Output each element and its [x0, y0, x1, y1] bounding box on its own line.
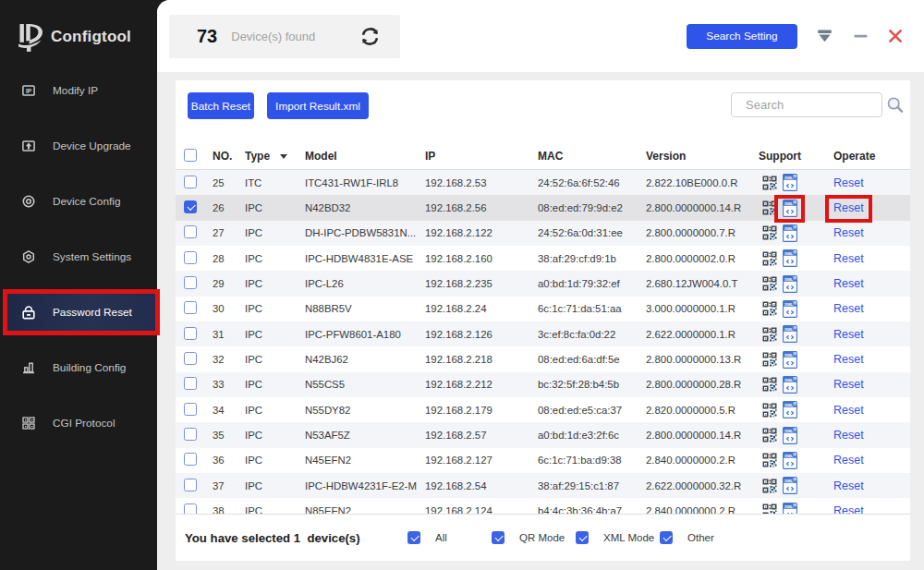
- reset-link[interactable]: Reset: [833, 504, 864, 514]
- reset-link[interactable]: Reset: [833, 404, 864, 417]
- cell-type: IPC: [237, 303, 297, 314]
- column-header-type[interactable]: Type: [237, 150, 297, 163]
- row-checkbox[interactable]: [184, 251, 197, 264]
- close-icon[interactable]: [888, 29, 903, 43]
- table-row[interactable]: 38 IPC N85EFN2 192.168.2.124 b4:4c:3b:36…: [176, 498, 910, 514]
- table-row[interactable]: 33 IPC N55CS5 192.168.2.212 bc:32:5f:28:…: [176, 372, 910, 397]
- qr-support-icon: [762, 352, 777, 367]
- reset-link[interactable]: Reset: [833, 277, 864, 290]
- column-header-support[interactable]: Support: [750, 150, 825, 163]
- reset-link[interactable]: Reset: [833, 328, 864, 341]
- filter-checkbox[interactable]: [492, 531, 505, 544]
- reset-link[interactable]: Reset: [833, 378, 864, 391]
- reset-link[interactable]: Reset: [833, 176, 864, 189]
- row-checkbox[interactable]: [184, 176, 197, 188]
- table-row[interactable]: 36 IPC N45EFN2 192.168.2.127 6c:1c:71:ba…: [176, 448, 910, 473]
- sidebar-item-password-reset[interactable]: Password Reset: [7, 294, 155, 331]
- window-controls: Search Setting: [687, 24, 903, 49]
- svg-text:IP: IP: [26, 88, 32, 94]
- search-icon[interactable]: [886, 96, 905, 115]
- row-checkbox[interactable]: [184, 225, 197, 238]
- filter-checkbox[interactable]: [660, 531, 673, 544]
- qr-support-icon: [762, 428, 777, 443]
- sidebar-item-system-settings[interactable]: System Settings: [0, 238, 157, 275]
- cell-no: 36: [204, 455, 237, 466]
- cell-support: XML: [750, 376, 825, 394]
- sidebar-item-device-config[interactable]: Device Config: [0, 183, 157, 220]
- sidebar-item-building-config[interactable]: Building Config: [0, 349, 157, 386]
- row-checkbox[interactable]: [184, 403, 197, 416]
- row-checkbox[interactable]: [184, 327, 197, 340]
- filter-checkbox[interactable]: [576, 531, 589, 544]
- table-row[interactable]: 31 IPC IPC-PFW8601-A180 192.168.2.126 3c…: [176, 321, 910, 346]
- cell-support: XML: [750, 224, 825, 242]
- table-row[interactable]: 25 ITC ITC431-RW1F-IRL8 192.168.2.53 24:…: [176, 170, 910, 195]
- row-checkbox[interactable]: [184, 453, 197, 466]
- column-header-ip[interactable]: IP: [417, 150, 529, 163]
- filter-option-qr-mode[interactable]: QR Mode: [492, 531, 565, 544]
- column-header-model[interactable]: Model: [297, 150, 417, 163]
- reset-link[interactable]: Reset: [833, 201, 864, 214]
- row-checkbox[interactable]: [184, 377, 197, 390]
- row-checkbox[interactable]: [184, 301, 197, 314]
- row-checkbox[interactable]: [184, 352, 197, 365]
- row-checkbox[interactable]: [184, 276, 197, 289]
- table-row[interactable]: 26 IPC N42BD32 192.168.2.56 08:ed:ed:79:…: [176, 195, 910, 220]
- sidebar-item-cgi-protocol[interactable]: CGI Protocol: [0, 405, 157, 442]
- minimize-icon[interactable]: [854, 30, 868, 42]
- table-row[interactable]: 35 IPC N53AF5Z 192.168.2.57 a0:bd:1d:e3:…: [176, 422, 910, 447]
- select-all-checkbox[interactable]: [184, 149, 197, 162]
- cell-no: 38: [204, 505, 237, 514]
- selection-bar: You have selected 1 device(s) All QR Mod…: [176, 514, 910, 560]
- svg-text:XML: XML: [784, 454, 794, 458]
- toolbar: Batch Reset Import Result.xml: [176, 80, 910, 143]
- header-checkbox-cell: [176, 149, 204, 164]
- cell-no: 28: [204, 253, 237, 264]
- reset-link[interactable]: Reset: [833, 302, 864, 315]
- svg-text:XML: XML: [784, 226, 794, 231]
- xml-support-icon: XML: [783, 477, 797, 494]
- column-header-mac[interactable]: MAC: [529, 150, 638, 163]
- table-row[interactable]: 27 IPC DH-IPC-PDBW5831N... 192.168.2.122…: [176, 221, 910, 246]
- row-checkbox[interactable]: [184, 200, 197, 213]
- column-header-operate[interactable]: Operate: [825, 150, 910, 163]
- search-input[interactable]: [731, 92, 882, 117]
- filter-checkbox[interactable]: [407, 531, 420, 544]
- table-row[interactable]: 32 IPC N42BJ62 192.168.2.218 08:ed:ed:6a…: [176, 346, 910, 371]
- reset-link[interactable]: Reset: [833, 226, 864, 239]
- device-count: 73: [197, 26, 217, 47]
- sidebar-item-modify-ip[interactable]: IP Modify IP: [0, 72, 157, 109]
- column-header-version[interactable]: Version: [638, 150, 750, 163]
- reset-link[interactable]: Reset: [833, 252, 864, 265]
- filter-option-other[interactable]: Other: [660, 531, 714, 544]
- collapse-panel-icon[interactable]: [816, 30, 833, 42]
- cell-mac: 08:ed:ed:e5:ca:37: [529, 405, 638, 416]
- sort-descending-icon[interactable]: [280, 154, 287, 159]
- row-checkbox[interactable]: [184, 428, 197, 441]
- sidebar-item-device-upgrade[interactable]: Device Upgrade: [0, 127, 157, 164]
- table-row[interactable]: 30 IPC N88BR5V 192.168.2.24 6c:1c:71:da:…: [176, 297, 910, 321]
- reset-link[interactable]: Reset: [833, 454, 864, 467]
- reset-link[interactable]: Reset: [833, 479, 864, 492]
- refresh-icon[interactable]: [360, 27, 380, 46]
- reset-link[interactable]: Reset: [833, 353, 864, 366]
- table-row[interactable]: 29 IPC IPC-L26 192.168.2.235 a0:bd:1d:79…: [176, 271, 910, 296]
- search-setting-button[interactable]: Search Setting: [687, 24, 797, 49]
- svg-text:XML: XML: [784, 327, 794, 332]
- import-result-button[interactable]: Import Result.xml: [267, 92, 369, 119]
- row-checkbox[interactable]: [184, 479, 197, 491]
- filter-option-all[interactable]: All: [407, 531, 447, 544]
- cell-type: IPC: [237, 278, 297, 289]
- table-row[interactable]: 28 IPC IPC-HDBW4831E-ASE 192.168.2.160 3…: [176, 246, 910, 271]
- cell-type: IPC: [237, 505, 297, 514]
- cell-support: XML: [750, 325, 825, 343]
- cell-operate: Reset: [825, 277, 910, 290]
- column-header-no[interactable]: NO.: [204, 150, 237, 163]
- cell-checkbox: [176, 301, 204, 316]
- row-checkbox[interactable]: [184, 503, 197, 514]
- batch-reset-button[interactable]: Batch Reset: [188, 92, 254, 119]
- reset-link[interactable]: Reset: [833, 429, 864, 442]
- filter-option-xml-mode[interactable]: XML Mode: [576, 531, 654, 544]
- table-row[interactable]: 34 IPC N55DY82 192.168.2.179 08:ed:ed:e5…: [176, 397, 910, 422]
- table-row[interactable]: 37 IPC IPC-HDBW4231F-E2-M 192.168.2.54 3…: [176, 473, 910, 498]
